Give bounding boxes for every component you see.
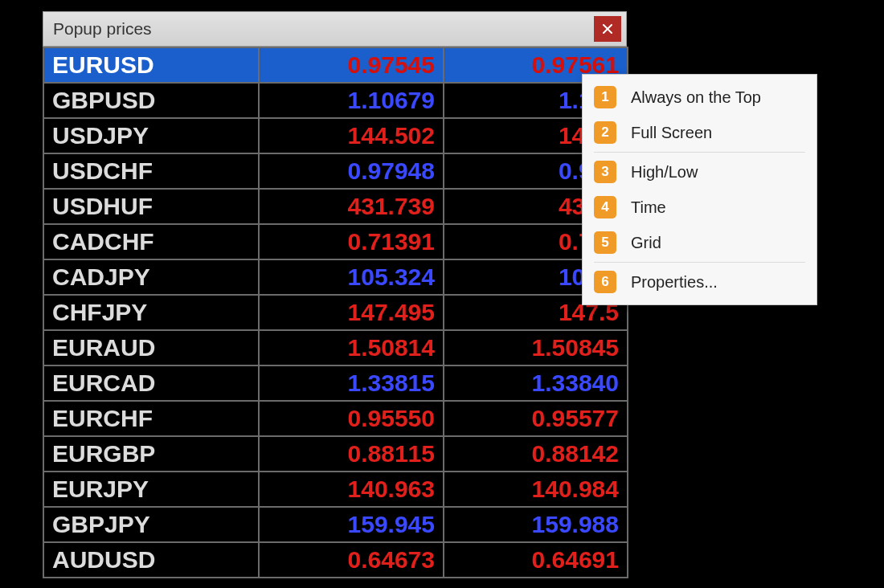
- ask-cell: 0.88142: [444, 436, 628, 472]
- symbol-cell: USDHUF: [43, 189, 259, 224]
- context-menu-label: High/Low: [631, 163, 698, 182]
- popup-titlebar[interactable]: Popup prices: [43, 11, 627, 47]
- ask-cell: 0.64691: [444, 542, 628, 578]
- bid-cell: 159.945: [259, 507, 444, 542]
- popup-prices-window: Popup prices EURUSD0.975450.97561GBPUSD1…: [43, 11, 627, 578]
- bid-cell: 147.495: [259, 295, 444, 330]
- ask-cell: 1.50845: [444, 330, 628, 365]
- popup-title: Popup prices: [53, 19, 594, 39]
- context-menu-item[interactable]: 2Full Screen: [583, 115, 816, 150]
- bid-cell: 0.71391: [259, 224, 444, 259]
- table-row[interactable]: EURUSD0.975450.97561: [43, 47, 628, 83]
- menu-number-badge: 4: [594, 196, 616, 218]
- bid-cell: 1.10679: [259, 83, 444, 118]
- context-menu-label: Properties...: [631, 273, 718, 292]
- table-row[interactable]: USDCHF0.979480.979: [43, 153, 628, 189]
- ask-cell: 140.984: [444, 472, 628, 507]
- context-menu-item[interactable]: 4Time: [583, 190, 816, 225]
- symbol-cell: USDJPY: [43, 118, 259, 153]
- context-menu-separator: [594, 152, 805, 153]
- bid-cell: 0.64673: [259, 542, 444, 578]
- menu-number-badge: 3: [594, 161, 616, 183]
- close-button[interactable]: [594, 16, 621, 42]
- table-row[interactable]: USDJPY144.502144.5: [43, 118, 628, 153]
- symbol-cell: EURUSD: [43, 47, 259, 83]
- table-row[interactable]: CADCHF0.713910.714: [43, 224, 628, 259]
- table-row[interactable]: GBPUSD1.106791.107: [43, 83, 628, 118]
- table-row[interactable]: GBPJPY159.945159.988: [43, 507, 628, 542]
- symbol-cell: EURAUD: [43, 330, 259, 365]
- context-menu-item[interactable]: 1Always on the Top: [583, 80, 816, 115]
- bid-cell: 0.97948: [259, 153, 444, 189]
- menu-number-badge: 6: [594, 271, 616, 293]
- symbol-cell: USDCHF: [43, 153, 259, 189]
- symbol-cell: EURGBP: [43, 436, 259, 472]
- table-row[interactable]: EURCHF0.955500.95577: [43, 401, 628, 436]
- context-menu-item[interactable]: 3High/Low: [583, 154, 816, 190]
- bid-cell: 140.963: [259, 472, 444, 507]
- menu-number-badge: 5: [594, 231, 616, 254]
- context-menu-label: Always on the Top: [631, 88, 761, 107]
- context-menu-separator: [594, 262, 805, 263]
- context-menu: 1Always on the Top2Full Screen3High/Low4…: [582, 74, 817, 305]
- symbol-cell: CADCHF: [43, 224, 259, 259]
- table-row[interactable]: USDHUF431.739432.5: [43, 189, 628, 224]
- symbol-cell: EURJPY: [43, 472, 259, 507]
- table-row[interactable]: CADJPY105.324105.3: [43, 259, 628, 295]
- ask-cell: 0.95577: [444, 401, 628, 436]
- symbol-cell: CHFJPY: [43, 295, 259, 330]
- context-menu-label: Time: [631, 198, 666, 217]
- menu-number-badge: 1: [594, 86, 616, 108]
- bid-cell: 1.33815: [259, 365, 444, 401]
- symbol-cell: EURCAD: [43, 365, 259, 401]
- symbol-cell: CADJPY: [43, 259, 259, 295]
- table-row[interactable]: EURGBP0.881150.88142: [43, 436, 628, 472]
- close-icon: [603, 24, 612, 34]
- table-row[interactable]: EURAUD1.508141.50845: [43, 330, 628, 365]
- context-menu-label: Grid: [631, 234, 661, 252]
- bid-cell: 105.324: [259, 259, 444, 295]
- table-row[interactable]: CHFJPY147.495147.5: [43, 295, 628, 330]
- symbol-cell: AUDUSD: [43, 542, 259, 578]
- ask-cell: 159.988: [444, 507, 628, 542]
- menu-number-badge: 2: [594, 121, 616, 144]
- symbol-cell: GBPJPY: [43, 507, 259, 542]
- bid-cell: 0.95550: [259, 401, 444, 436]
- bid-cell: 0.88115: [259, 436, 444, 472]
- context-menu-label: Full Screen: [631, 124, 712, 142]
- table-row[interactable]: EURJPY140.963140.984: [43, 472, 628, 507]
- symbol-cell: EURCHF: [43, 401, 259, 436]
- ask-cell: 1.33840: [444, 365, 628, 401]
- table-row[interactable]: EURCAD1.338151.33840: [43, 365, 628, 401]
- table-row[interactable]: AUDUSD0.646730.64691: [43, 542, 628, 578]
- bid-cell: 144.502: [259, 118, 444, 153]
- bid-cell: 0.97545: [259, 47, 444, 83]
- price-table: EURUSD0.975450.97561GBPUSD1.106791.107US…: [43, 47, 628, 578]
- context-menu-item[interactable]: 5Grid: [583, 225, 816, 260]
- context-menu-item[interactable]: 6Properties...: [583, 264, 816, 300]
- bid-cell: 431.739: [259, 189, 444, 224]
- symbol-cell: GBPUSD: [43, 83, 259, 118]
- bid-cell: 1.50814: [259, 330, 444, 365]
